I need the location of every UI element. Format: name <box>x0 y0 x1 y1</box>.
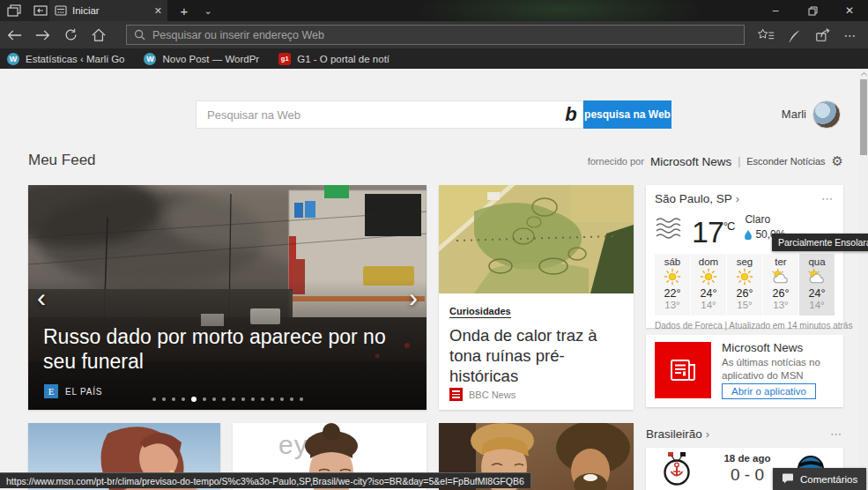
carousel-dot[interactable] <box>290 397 293 401</box>
forecast-day-label: sáb <box>655 256 690 267</box>
curiosity-article-card[interactable]: Curiosidades Onda de calor traz à tona r… <box>439 185 634 410</box>
wordpress-icon: W <box>144 53 156 65</box>
carousel-dot[interactable] <box>271 397 274 401</box>
carousel-dot[interactable] <box>203 397 206 401</box>
carousel-next-icon[interactable]: › <box>402 282 425 314</box>
start-page-favicon-icon <box>55 5 67 16</box>
hero-carousel-card[interactable]: Russo dado por morto aparece por no seu … <box>28 185 427 410</box>
forecast-high: 24° <box>799 287 835 300</box>
tab-bar: Iniciar ✕ + ⌄ – ✕ <box>0 0 868 21</box>
forecast-day[interactable]: qua24°14° <box>799 254 835 316</box>
forecast-day[interactable]: seg26°15° <box>727 254 762 316</box>
carousel-dot[interactable] <box>172 397 175 401</box>
match-date: 18 de ago <box>708 453 787 464</box>
minimize-button[interactable]: – <box>757 0 794 21</box>
image-gradient-overlay <box>28 185 427 410</box>
feedback-label: Comentários <box>800 474 857 485</box>
sports-more-icon[interactable]: ⋯ <box>830 431 843 438</box>
scrollbar-thumb[interactable] <box>860 79 867 155</box>
scroll-up-icon[interactable] <box>859 69 868 79</box>
forward-icon[interactable] <box>28 21 56 48</box>
favorites-hub-icon[interactable] <box>752 21 780 48</box>
close-window-button[interactable]: ✕ <box>831 0 868 21</box>
bbc-news-icon <box>449 388 463 401</box>
weather-location-link[interactable]: São Paulo, SP <box>655 192 732 205</box>
sunny-icon <box>727 268 762 287</box>
curiosity-headline[interactable]: Onda de calor traz à tona ruínas pré-his… <box>449 325 623 386</box>
refresh-icon[interactable] <box>56 21 85 48</box>
forecast-day[interactable]: ter26°13° <box>763 254 798 316</box>
weather-attribution: Dados de Foreca | Atualizado em 14 minut… <box>655 321 835 330</box>
tab-title: Iniciar <box>72 5 149 16</box>
user-avatar[interactable] <box>812 100 841 129</box>
carousel-dot[interactable] <box>191 397 197 402</box>
restore-button[interactable] <box>794 0 831 21</box>
favorite-item-estatisticas[interactable]: W Estatísticas ‹ Marli Go <box>7 48 124 69</box>
carousel-dot[interactable] <box>300 397 303 401</box>
forecast-low: 14° <box>691 300 726 310</box>
tab-preview-chevron-icon[interactable]: ⌄ <box>197 0 219 21</box>
carousel-dot[interactable] <box>232 397 235 401</box>
carousel-dot[interactable] <box>222 397 226 401</box>
forecast-high: 26° <box>727 287 762 300</box>
share-icon[interactable] <box>808 21 836 48</box>
forecast-day-label: qua <box>799 256 835 267</box>
settings-more-icon[interactable]: ⋯ <box>836 21 864 48</box>
carousel-dot[interactable] <box>182 397 185 401</box>
back-icon[interactable] <box>0 21 28 48</box>
tabs-set-aside-icon[interactable] <box>30 2 51 19</box>
carousel-dot[interactable] <box>280 397 284 401</box>
address-input[interactable] <box>152 29 737 41</box>
forecast-day[interactable]: sáb22°13° <box>655 254 690 316</box>
forecast-low: 14° <box>799 300 835 310</box>
wordpress-icon: W <box>7 53 19 65</box>
carousel-dot[interactable] <box>251 397 255 401</box>
tab-strip-actions <box>0 0 55 21</box>
tab-close-icon[interactable]: ✕ <box>154 6 162 16</box>
toolbar-actions: ⋯ <box>752 21 864 48</box>
carousel-prev-icon[interactable]: ‹ <box>30 282 53 314</box>
tab-iniciar[interactable]: Iniciar ✕ <box>49 0 167 21</box>
page-scrollbar[interactable] <box>859 69 868 490</box>
navigation-bar: ⋯ <box>0 21 868 48</box>
web-search-input[interactable] <box>196 100 583 129</box>
new-tab-button[interactable]: + <box>173 0 196 21</box>
carousel-dot[interactable] <box>152 397 156 401</box>
home-icon[interactable] <box>85 21 113 48</box>
carousel-dot[interactable] <box>212 397 216 401</box>
open-app-button[interactable]: Abrir o aplicativo <box>722 383 816 399</box>
sports-section-header[interactable]: Brasileirão › ⋯ <box>646 427 843 441</box>
curiosity-article-image <box>439 185 634 293</box>
forecast-low: 15° <box>727 300 762 310</box>
hero-headline[interactable]: Russo dado por morto aparece por no seu … <box>43 324 424 374</box>
favorite-label: G1 - O portal de notí <box>297 54 389 64</box>
current-temp: 17 <box>692 215 723 249</box>
forecast-day[interactable]: dom24°14° <box>691 254 726 316</box>
carousel-dots <box>28 397 427 402</box>
hide-news-link[interactable]: Esconder Notícias <box>746 156 825 167</box>
feedback-comments-button[interactable]: Comentários <box>773 468 866 490</box>
carousel-dot[interactable] <box>162 397 166 401</box>
set-tabs-aside-icon[interactable] <box>4 2 25 19</box>
carousel-dot[interactable] <box>261 397 264 401</box>
carousel-dot[interactable] <box>241 397 245 401</box>
forecast-high: 24° <box>691 287 726 300</box>
favorite-label: Novo Post — WordPr <box>162 54 259 64</box>
corinthians-crest-icon <box>660 451 694 488</box>
category-link[interactable]: Curiosidades <box>449 306 511 318</box>
provided-by-label: fornecido por <box>588 156 644 167</box>
haze-icon <box>655 211 686 239</box>
web-search-button[interactable]: pesquisa na Web <box>583 100 671 129</box>
chevron-right-icon: › <box>736 192 739 205</box>
weather-card: São Paulo, SP › ⋯ 17°C Claro <box>646 185 843 328</box>
weather-more-icon[interactable]: ⋯ <box>821 196 835 203</box>
web-note-pen-icon[interactable] <box>780 21 808 48</box>
address-bar[interactable] <box>126 25 745 45</box>
weather-forecast: sáb22°13°dom24°14°seg26°15°ter26°13°qua2… <box>655 254 835 316</box>
news-app-promo-card: Microsoft News As últimas notícias no ap… <box>646 335 843 407</box>
favorite-item-novo-post[interactable]: W Novo Post — WordPr <box>144 48 259 69</box>
partly-cloudy-icon <box>763 268 798 287</box>
forecast-low: 13° <box>763 300 798 310</box>
favorite-item-g1[interactable]: g1 G1 - O portal de notí <box>278 48 389 69</box>
gear-icon[interactable]: ⚙ <box>832 153 843 169</box>
